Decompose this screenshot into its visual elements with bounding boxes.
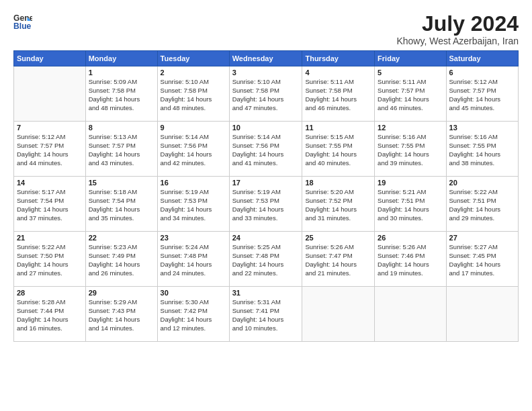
table-row: 31Sunrise: 5:31 AMSunset: 7:41 PMDayligh… <box>229 287 302 342</box>
table-row: 26Sunrise: 5:26 AMSunset: 7:46 PMDayligh… <box>375 232 446 287</box>
cell-date: 30 <box>161 289 226 297</box>
cell-info: Sunrise: 5:25 AMSunset: 7:48 PMDaylight:… <box>232 243 300 277</box>
cell-date: 24 <box>232 234 300 242</box>
cell-date: 23 <box>161 234 226 242</box>
table-row: 5Sunrise: 5:11 AMSunset: 7:57 PMDaylight… <box>375 66 446 122</box>
cell-date: 22 <box>89 234 154 242</box>
table-row: 12Sunrise: 5:16 AMSunset: 7:55 PMDayligh… <box>375 122 446 177</box>
table-row <box>302 287 375 342</box>
table-row: 15Sunrise: 5:18 AMSunset: 7:54 PMDayligh… <box>85 177 157 232</box>
cell-date: 14 <box>17 179 83 187</box>
cell-date: 13 <box>449 124 515 132</box>
cell-date: 19 <box>378 179 443 187</box>
cell-date: 1 <box>89 68 154 77</box>
table-row: 23Sunrise: 5:24 AMSunset: 7:48 PMDayligh… <box>157 232 229 287</box>
cell-info: Sunrise: 5:30 AMSunset: 7:42 PMDaylight:… <box>161 298 226 332</box>
calendar-week-row: 14Sunrise: 5:17 AMSunset: 7:54 PMDayligh… <box>14 177 519 232</box>
location: Khowy, West Azerbaijan, Iran <box>396 36 519 46</box>
cell-info: Sunrise: 5:18 AMSunset: 7:54 PMDaylight:… <box>89 188 154 222</box>
header: General Blue July 2024 Khowy, West Azerb… <box>13 12 519 46</box>
cell-date: 8 <box>89 124 154 132</box>
calendar-table: Sunday Monday Tuesday Wednesday Thursday… <box>13 50 519 342</box>
cell-info: Sunrise: 5:13 AMSunset: 7:57 PMDaylight:… <box>89 133 154 167</box>
cell-info: Sunrise: 5:27 AMSunset: 7:45 PMDaylight:… <box>449 243 515 277</box>
cell-info: Sunrise: 5:28 AMSunset: 7:44 PMDaylight:… <box>17 298 83 332</box>
table-row: 21Sunrise: 5:22 AMSunset: 7:50 PMDayligh… <box>14 232 86 287</box>
col-wednesday: Wednesday <box>229 51 302 66</box>
cell-info: Sunrise: 5:29 AMSunset: 7:43 PMDaylight:… <box>89 298 154 332</box>
cell-info: Sunrise: 5:26 AMSunset: 7:47 PMDaylight:… <box>305 243 371 277</box>
table-row: 27Sunrise: 5:27 AMSunset: 7:45 PMDayligh… <box>446 232 518 287</box>
cell-date: 31 <box>232 289 300 297</box>
cell-date: 11 <box>305 124 371 132</box>
table-row: 10Sunrise: 5:14 AMSunset: 7:56 PMDayligh… <box>229 122 302 177</box>
svg-text:Blue: Blue <box>13 21 32 31</box>
cell-info: Sunrise: 5:20 AMSunset: 7:52 PMDaylight:… <box>305 188 371 222</box>
cell-info: Sunrise: 5:12 AMSunset: 7:57 PMDaylight:… <box>449 78 515 112</box>
cell-date: 18 <box>305 179 371 187</box>
col-thursday: Thursday <box>302 51 375 66</box>
col-sunday: Sunday <box>14 51 86 66</box>
table-row: 2Sunrise: 5:10 AMSunset: 7:58 PMDaylight… <box>157 66 229 122</box>
cell-info: Sunrise: 5:10 AMSunset: 7:58 PMDaylight:… <box>232 78 300 112</box>
cell-info: Sunrise: 5:14 AMSunset: 7:56 PMDaylight:… <box>161 133 226 167</box>
cell-info: Sunrise: 5:19 AMSunset: 7:53 PMDaylight:… <box>161 188 226 222</box>
col-tuesday: Tuesday <box>157 51 229 66</box>
cell-info: Sunrise: 5:12 AMSunset: 7:57 PMDaylight:… <box>17 133 83 167</box>
table-row: 17Sunrise: 5:19 AMSunset: 7:53 PMDayligh… <box>229 177 302 232</box>
table-row <box>14 66 86 122</box>
cell-info: Sunrise: 5:16 AMSunset: 7:55 PMDaylight:… <box>449 133 515 167</box>
logo: General Blue <box>13 12 32 31</box>
cell-date: 17 <box>232 179 300 187</box>
table-row: 6Sunrise: 5:12 AMSunset: 7:57 PMDaylight… <box>446 66 518 122</box>
table-row: 18Sunrise: 5:20 AMSunset: 7:52 PMDayligh… <box>302 177 375 232</box>
table-row: 4Sunrise: 5:11 AMSunset: 7:58 PMDaylight… <box>302 66 375 122</box>
cell-info: Sunrise: 5:16 AMSunset: 7:55 PMDaylight:… <box>378 133 443 167</box>
cell-info: Sunrise: 5:23 AMSunset: 7:49 PMDaylight:… <box>89 243 154 277</box>
cell-info: Sunrise: 5:19 AMSunset: 7:53 PMDaylight:… <box>232 188 300 222</box>
cell-date: 3 <box>232 68 300 77</box>
cell-date: 28 <box>17 289 83 297</box>
table-row <box>446 287 518 342</box>
cell-date: 26 <box>378 234 443 242</box>
cell-date: 5 <box>378 68 443 77</box>
col-saturday: Saturday <box>446 51 518 66</box>
cell-date: 10 <box>232 124 300 132</box>
table-row: 16Sunrise: 5:19 AMSunset: 7:53 PMDayligh… <box>157 177 229 232</box>
cell-date: 15 <box>89 179 154 187</box>
calendar-week-row: 1Sunrise: 5:09 AMSunset: 7:58 PMDaylight… <box>14 66 519 122</box>
table-row: 22Sunrise: 5:23 AMSunset: 7:49 PMDayligh… <box>85 232 157 287</box>
calendar-week-row: 21Sunrise: 5:22 AMSunset: 7:50 PMDayligh… <box>14 232 519 287</box>
table-row: 3Sunrise: 5:10 AMSunset: 7:58 PMDaylight… <box>229 66 302 122</box>
cell-date: 9 <box>161 124 226 132</box>
cell-date: 25 <box>305 234 371 242</box>
cell-date: 27 <box>449 234 515 242</box>
calendar-week-row: 28Sunrise: 5:28 AMSunset: 7:44 PMDayligh… <box>14 287 519 342</box>
table-row: 30Sunrise: 5:30 AMSunset: 7:42 PMDayligh… <box>157 287 229 342</box>
cell-date: 16 <box>161 179 226 187</box>
cell-info: Sunrise: 5:22 AMSunset: 7:51 PMDaylight:… <box>449 188 515 222</box>
table-row: 13Sunrise: 5:16 AMSunset: 7:55 PMDayligh… <box>446 122 518 177</box>
cell-info: Sunrise: 5:15 AMSunset: 7:55 PMDaylight:… <box>305 133 371 167</box>
cell-date: 20 <box>449 179 515 187</box>
title-block: July 2024 Khowy, West Azerbaijan, Iran <box>396 12 519 46</box>
col-friday: Friday <box>375 51 446 66</box>
cell-info: Sunrise: 5:11 AMSunset: 7:57 PMDaylight:… <box>378 78 443 112</box>
cell-info: Sunrise: 5:10 AMSunset: 7:58 PMDaylight:… <box>161 78 226 112</box>
cell-date: 6 <box>449 68 515 77</box>
table-row: 20Sunrise: 5:22 AMSunset: 7:51 PMDayligh… <box>446 177 518 232</box>
col-monday: Monday <box>85 51 157 66</box>
cell-info: Sunrise: 5:24 AMSunset: 7:48 PMDaylight:… <box>161 243 226 277</box>
table-row: 24Sunrise: 5:25 AMSunset: 7:48 PMDayligh… <box>229 232 302 287</box>
month-year: July 2024 <box>396 12 519 36</box>
table-row: 8Sunrise: 5:13 AMSunset: 7:57 PMDaylight… <box>85 122 157 177</box>
cell-date: 29 <box>89 289 154 297</box>
table-row: 1Sunrise: 5:09 AMSunset: 7:58 PMDaylight… <box>85 66 157 122</box>
table-row: 9Sunrise: 5:14 AMSunset: 7:56 PMDaylight… <box>157 122 229 177</box>
cell-info: Sunrise: 5:14 AMSunset: 7:56 PMDaylight:… <box>232 133 300 167</box>
table-row: 11Sunrise: 5:15 AMSunset: 7:55 PMDayligh… <box>302 122 375 177</box>
calendar-week-row: 7Sunrise: 5:12 AMSunset: 7:57 PMDaylight… <box>14 122 519 177</box>
table-row: 29Sunrise: 5:29 AMSunset: 7:43 PMDayligh… <box>85 287 157 342</box>
cell-info: Sunrise: 5:31 AMSunset: 7:41 PMDaylight:… <box>232 298 300 332</box>
table-row: 14Sunrise: 5:17 AMSunset: 7:54 PMDayligh… <box>14 177 86 232</box>
